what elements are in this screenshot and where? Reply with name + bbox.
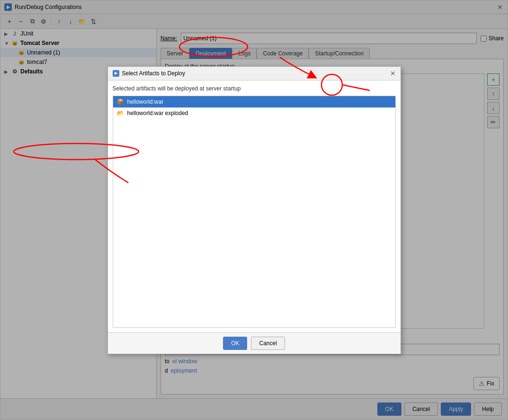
modal-overlay: ▶ Select Artifacts to Deploy ✕ Selected … — [0, 0, 508, 420]
modal-ok-button[interactable]: OK — [223, 337, 247, 350]
war-icon: 📦 — [117, 98, 125, 106]
modal-close-button[interactable]: ✕ — [390, 70, 396, 77]
select-artifacts-modal: ▶ Select Artifacts to Deploy ✕ Selected … — [107, 66, 401, 354]
artifact-label-war: helloworld:war — [127, 98, 164, 105]
modal-cancel-button[interactable]: Cancel — [251, 337, 285, 350]
modal-footer: OK Cancel — [108, 332, 401, 354]
artifact-item-helloworld-war-exploded[interactable]: 📂 helloworld:war exploded — [113, 107, 395, 119]
main-window: ▶ Run/Debug Configurations ✕ + − ⧉ ⚙ ↑ ↓… — [0, 0, 508, 420]
modal-title-bar: ▶ Select Artifacts to Deploy ✕ — [108, 67, 401, 80]
war-exploded-icon: 📂 — [117, 109, 125, 117]
modal-title-text: Select Artifacts to Deploy — [122, 70, 185, 77]
modal-title-icon: ▶ — [113, 70, 119, 77]
artifact-item-helloworld-war[interactable]: 📦 helloworld:war — [113, 96, 395, 107]
modal-body: Selected artifacts will be deployed at s… — [108, 80, 401, 332]
modal-description: Selected artifacts will be deployed at s… — [113, 85, 396, 92]
artifact-label-war-exploded: helloworld:war exploded — [127, 110, 188, 116]
artifact-list: 📦 helloworld:war 📂 helloworld:war explod… — [113, 96, 396, 328]
